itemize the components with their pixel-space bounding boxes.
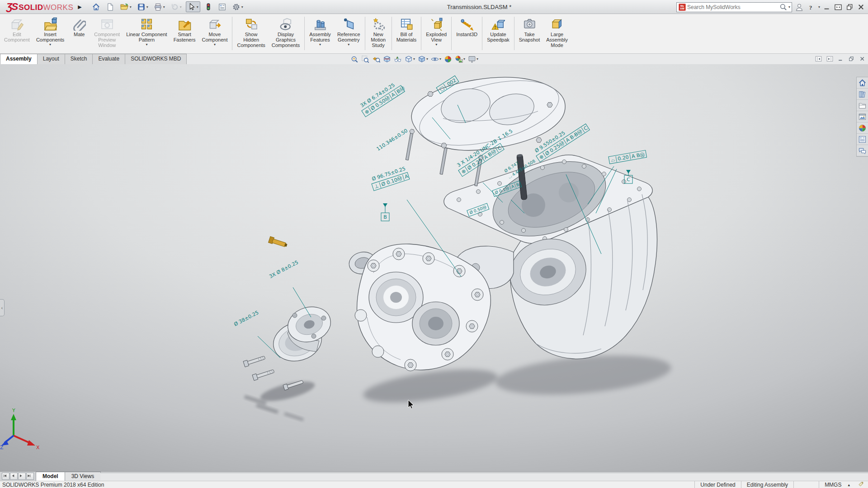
- close-icon[interactable]: [857, 3, 865, 11]
- tab-sketch[interactable]: Sketch: [65, 54, 93, 64]
- smart-fasteners-button[interactable]: Smart Fasteners: [170, 16, 199, 43]
- previous-view-button[interactable]: [372, 55, 380, 63]
- previous-sheet-button[interactable]: [10, 473, 18, 480]
- rebuild-button[interactable]: [203, 2, 214, 12]
- insert-components-button[interactable]: Insert Components▾: [33, 16, 67, 47]
- triad-axis-label: Y: [12, 408, 15, 413]
- doc-close-button[interactable]: [859, 56, 866, 63]
- edit-appearance-button[interactable]: [444, 55, 452, 63]
- menu-flyout-arrow-icon[interactable]: ▶: [78, 4, 81, 10]
- move-component-button[interactable]: Move Component▾: [199, 16, 231, 47]
- section-view-button[interactable]: [383, 55, 391, 63]
- bill-of-materials-icon: [400, 17, 413, 31]
- help-caret-icon[interactable]: ▾: [818, 5, 820, 9]
- search-dropdown-caret-icon[interactable]: ▾: [788, 5, 790, 9]
- annotation-views-button[interactable]: A: [394, 55, 402, 63]
- featuremanager-collapse-icon[interactable]: ‹: [0, 299, 5, 316]
- next-sheet-button[interactable]: [18, 473, 26, 480]
- taskpane-design-library-button[interactable]: [857, 89, 868, 100]
- search-input[interactable]: [686, 4, 779, 11]
- file-properties-button[interactable]: [217, 2, 228, 12]
- dropdown-caret-icon[interactable]: ▾: [435, 42, 437, 47]
- dropdown-caret-icon[interactable]: ▾: [241, 5, 243, 9]
- new-motion-study-button[interactable]: New Motion Study: [367, 16, 390, 49]
- dropdown-caret-icon[interactable]: ▾: [146, 42, 147, 47]
- exploded-view-button[interactable]: Exploded View▾: [423, 16, 450, 47]
- dropdown-caret-icon[interactable]: ▾: [130, 5, 132, 9]
- undo-button[interactable]: ▾: [169, 2, 183, 12]
- save-button[interactable]: ▾: [136, 2, 150, 12]
- hide-show-items-button[interactable]: ▾: [431, 55, 441, 63]
- taskpane-custom-properties-button[interactable]: [857, 134, 868, 145]
- print-button[interactable]: ▾: [152, 2, 166, 12]
- display-style-button[interactable]: ▾: [418, 55, 428, 63]
- doc-minimize-button[interactable]: [837, 56, 844, 63]
- large-assembly-mode-button[interactable]: Large Assembly Mode: [543, 16, 571, 49]
- display-graphics-components-button[interactable]: Display Graphics Components: [269, 16, 303, 49]
- first-sheet-button[interactable]: [2, 473, 9, 480]
- select-button[interactable]: ▾: [186, 1, 200, 12]
- search-icon[interactable]: [779, 3, 788, 11]
- taskpane-forum-button[interactable]: [857, 145, 868, 156]
- tab-solidworks-mbd[interactable]: SOLIDWORKS MBD: [125, 54, 187, 64]
- apply-scene-button[interactable]: ▾: [455, 55, 465, 63]
- reference-geometry-button[interactable]: Reference Geometry▾: [334, 16, 363, 47]
- update-speedpak-button[interactable]: Update Speedpak: [484, 16, 513, 43]
- zoom-to-fit-button[interactable]: [350, 55, 359, 63]
- search-box[interactable]: MySW ▾: [676, 2, 792, 12]
- taskpane-view-palette-button[interactable]: [857, 111, 868, 122]
- edit-component-button[interactable]: Edit Component: [1, 16, 33, 43]
- dropdown-caret-icon[interactable]: ▾: [197, 5, 198, 9]
- dropdown-caret-icon[interactable]: ▾: [319, 42, 321, 47]
- component-preview-window-button[interactable]: Component Preview Window: [91, 16, 123, 49]
- zoom-to-area-button[interactable]: [361, 55, 369, 63]
- view-orientation-button[interactable]: ▾: [405, 55, 415, 63]
- tab-evaluate[interactable]: Evaluate: [92, 54, 125, 64]
- graphics-area[interactable]: 3X Ø 6.74±0.25⊕│Ø 0.50Ⓜ│A│BⓂ□│.002110.34…: [0, 64, 868, 471]
- last-sheet-button[interactable]: [26, 473, 34, 480]
- open-button[interactable]: ▾: [118, 1, 133, 12]
- dropdown-caret-icon[interactable]: ▾: [214, 42, 216, 47]
- taskpane-appearances-button[interactable]: [857, 122, 868, 134]
- help-icon[interactable]: ?: [807, 3, 815, 11]
- restore-icon[interactable]: [845, 3, 854, 11]
- dropdown-caret-icon[interactable]: ▾: [439, 57, 441, 61]
- dropdown-caret-icon[interactable]: ▾: [348, 42, 349, 47]
- take-snapshot-button[interactable]: Take Snapshot: [516, 16, 543, 43]
- tab-assembly[interactable]: Assembly: [0, 54, 38, 64]
- dropdown-caret-icon[interactable]: ▾: [426, 57, 428, 61]
- pane-next-button[interactable]: [826, 55, 834, 63]
- taskpane-home-button[interactable]: [857, 77, 868, 89]
- view-settings-button[interactable]: ▾: [468, 55, 478, 63]
- dropdown-caret-icon[interactable]: ▾: [49, 42, 51, 47]
- tab-layout[interactable]: Layout: [37, 54, 65, 64]
- dropdown-caret-icon[interactable]: ▾: [413, 57, 415, 61]
- dropdown-caret-icon[interactable]: ▾: [146, 5, 148, 9]
- task-pane: [856, 77, 868, 157]
- minimize-icon[interactable]: [823, 3, 831, 11]
- user-account-icon[interactable]: [795, 3, 804, 12]
- pane-previous-button[interactable]: [815, 55, 822, 63]
- dropdown-caret-icon[interactable]: ▾: [180, 5, 182, 9]
- mate-button[interactable]: Mate: [67, 16, 91, 38]
- linear-component-pattern-button[interactable]: Linear Component Pattern▾: [123, 16, 170, 47]
- sheet-tab-model[interactable]: Model: [36, 472, 65, 481]
- fullscreen-icon[interactable]: [834, 3, 843, 12]
- assembly-features-button[interactable]: Assembly Features▾: [306, 16, 334, 47]
- status-segment-3[interactable]: MMGS ▴: [819, 481, 855, 488]
- instant3d-button[interactable]: Instant3D: [453, 16, 481, 38]
- home-button[interactable]: [90, 2, 102, 12]
- taskpane-file-explorer-button[interactable]: [857, 100, 868, 111]
- doc-restore-button[interactable]: [848, 56, 855, 63]
- options-button[interactable]: ▾: [231, 2, 245, 12]
- dropdown-caret-icon[interactable]: ▾: [476, 57, 478, 61]
- headsup-toolbar: A▾▾▾▾▾: [350, 54, 478, 64]
- dropdown-caret-icon[interactable]: ▾: [163, 5, 165, 9]
- dropdown-caret-icon[interactable]: ▾: [463, 57, 465, 61]
- status-tag-icon[interactable]: [855, 481, 868, 488]
- bill-of-materials-button[interactable]: Bill of Materials: [393, 16, 420, 43]
- new-document-button[interactable]: [104, 2, 116, 12]
- show-hidden-components-button[interactable]: Show Hidden Components: [234, 16, 268, 49]
- sheet-tab-3d-views[interactable]: 3D Views: [65, 472, 101, 481]
- viewport-canvas[interactable]: 3X Ø 6.74±0.25⊕│Ø 0.50Ⓜ│A│BⓂ□│.002110.34…: [0, 64, 868, 471]
